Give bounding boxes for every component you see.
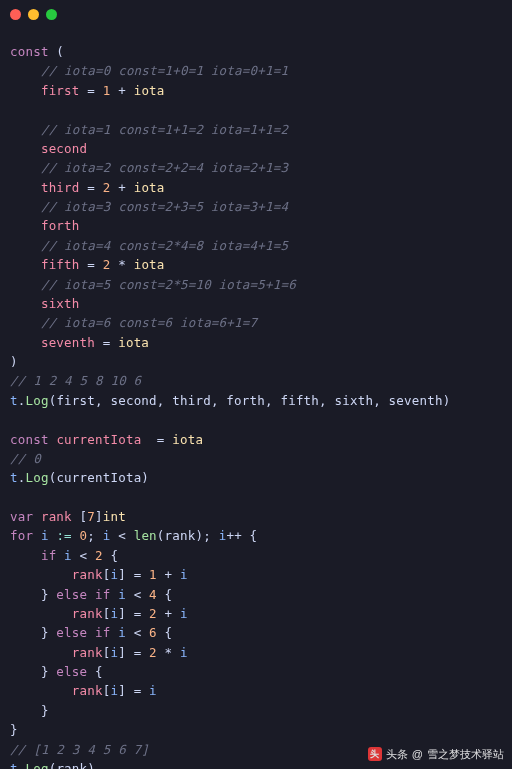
- close-icon[interactable]: [10, 9, 21, 20]
- watermark-author: 雪之梦技术驿站: [427, 746, 504, 763]
- number: 6: [149, 625, 157, 640]
- number: 2: [95, 548, 103, 563]
- indent: [10, 567, 72, 582]
- indent: [10, 625, 41, 640]
- lt: <: [110, 528, 133, 543]
- brace: }: [41, 703, 49, 718]
- type-int: int: [103, 509, 126, 524]
- indent: [10, 122, 41, 137]
- brace: {: [103, 548, 118, 563]
- minimize-icon[interactable]: [28, 9, 39, 20]
- iota: iota: [134, 257, 165, 272]
- maximize-icon[interactable]: [46, 9, 57, 20]
- equals: =: [80, 180, 103, 195]
- space: [72, 509, 80, 524]
- comment: // iota=0 const=1+0=1 iota=0+1=1: [41, 63, 288, 78]
- indent: [10, 703, 41, 718]
- brace: {: [157, 587, 172, 602]
- keyword-const: const: [10, 44, 49, 59]
- var-i: i: [180, 645, 188, 660]
- ident-rank: rank: [72, 683, 103, 698]
- toutiao-icon: 头: [368, 747, 382, 761]
- number: 7: [87, 509, 95, 524]
- code-area[interactable]: const ( // iota=0 const=1+0=1 iota=0+1=1…: [0, 28, 512, 769]
- indent: [10, 683, 72, 698]
- indent: [10, 257, 41, 272]
- watermark-at: @: [412, 746, 423, 763]
- assign: :=: [49, 528, 80, 543]
- var-i: i: [64, 548, 72, 563]
- equals: =: [141, 432, 172, 447]
- plus: +: [110, 180, 133, 195]
- comment: // iota=2 const=2+2=4 iota=2+1=3: [41, 160, 288, 175]
- ident-fifth: fifth: [41, 257, 80, 272]
- equals: =: [80, 83, 103, 98]
- var-i: i: [180, 567, 188, 582]
- indent: [10, 160, 41, 175]
- receiver-t: t: [10, 393, 18, 408]
- brace: {: [87, 664, 102, 679]
- ident-rank: rank: [72, 606, 103, 621]
- ident-sixth: sixth: [41, 296, 80, 311]
- receiver-t: t: [10, 761, 18, 769]
- comment: // [1 2 3 4 5 6 7]: [10, 742, 149, 757]
- func-len: len: [134, 528, 157, 543]
- indent: [10, 335, 41, 350]
- lt: <: [126, 587, 149, 602]
- indent: [10, 141, 41, 156]
- indent: [10, 315, 41, 330]
- plus: +: [157, 567, 180, 582]
- bracket-eq: ] =: [118, 645, 149, 660]
- receiver-t: t: [10, 470, 18, 485]
- keyword-if: if: [41, 548, 56, 563]
- ident-rank: rank: [72, 567, 103, 582]
- comment: // 0: [10, 451, 41, 466]
- indent: [10, 645, 72, 660]
- var-i: i: [41, 528, 49, 543]
- indent: [10, 548, 41, 563]
- indent: [10, 296, 41, 311]
- keyword-var: var: [10, 509, 33, 524]
- brace: }: [41, 625, 56, 640]
- brace: }: [41, 587, 56, 602]
- var-i: i: [118, 625, 126, 640]
- ident-rank: rank: [72, 645, 103, 660]
- paren-close: ): [10, 354, 18, 369]
- indent: [10, 664, 41, 679]
- iota: iota: [134, 83, 165, 98]
- space: [33, 509, 41, 524]
- number: 4: [149, 587, 157, 602]
- comment: // iota=5 const=2*5=10 iota=5+1=6: [41, 277, 296, 292]
- space: [33, 528, 41, 543]
- bracket: ]: [95, 509, 103, 524]
- ident-third: third: [41, 180, 80, 195]
- watermark: 头 头条 @雪之梦技术驿站: [368, 746, 504, 763]
- iota: iota: [134, 180, 165, 195]
- ident-seventh: seventh: [41, 335, 95, 350]
- bracket-eq: ] =: [118, 683, 149, 698]
- plus: +: [110, 83, 133, 98]
- equals: =: [95, 335, 118, 350]
- args: (rank): [49, 761, 95, 769]
- indent: [10, 587, 41, 602]
- iota: iota: [172, 432, 203, 447]
- titlebar: [0, 0, 512, 28]
- indent: [10, 238, 41, 253]
- editor-window: const ( // iota=0 const=1+0=1 iota=0+1=1…: [0, 0, 512, 769]
- iota: iota: [118, 335, 149, 350]
- inc: ++ {: [226, 528, 257, 543]
- indent: [10, 606, 72, 621]
- args: (first, second, third, forth, fifth, six…: [49, 393, 451, 408]
- lt: <: [72, 548, 95, 563]
- paren-open: (: [49, 44, 64, 59]
- comment: // iota=6 const=6 iota=6+1=7: [41, 315, 257, 330]
- number: 2: [149, 606, 157, 621]
- keyword-else-if: else if: [56, 587, 110, 602]
- keyword-for: for: [10, 528, 33, 543]
- watermark-prefix: 头条: [386, 746, 408, 763]
- indent: [10, 180, 41, 195]
- lt: <: [126, 625, 149, 640]
- brace: {: [157, 625, 172, 640]
- ident-forth: forth: [41, 218, 80, 233]
- args: (rank);: [157, 528, 219, 543]
